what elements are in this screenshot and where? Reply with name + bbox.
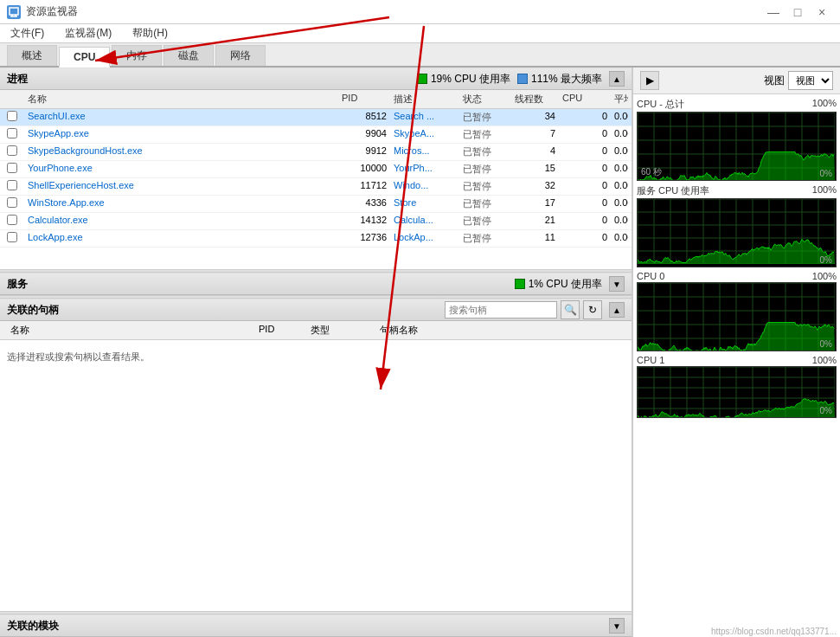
services-header[interactable]: 服务 1% CPU 使用率 ▼ [0,273,632,295]
row-checkbox[interactable] [3,214,24,228]
row-cpu: 0 [559,196,611,211]
row-pid: 9904 [338,127,390,142]
table-row[interactable]: Calculator.exe 14132 Calcula... 已暂停 21 0… [0,213,632,230]
minimize-button[interactable]: — [762,3,785,21]
row-name: WinStore.App.exe [24,196,338,211]
row-avgcpu: 0.00 [611,110,628,125]
row-avgcpu: 0.00 [611,162,628,177]
graph-cpu0: CPU 0 100% 0% [637,271,837,351]
right-panel: ▶ 视图 视图 CPU - 总计 100% [632,68,840,637]
main-container: 进程 19% CPU 使用率 111% 最大频率 ▲ 名称 [0,68,840,637]
services-title: 服务 [7,277,28,292]
col-pid[interactable]: PID [338,92,390,106]
row-threads: 32 [511,179,559,194]
row-status: 已暂停 [459,127,511,142]
graph-cpu-total-title: CPU - 总计 [637,98,684,111]
handles-refresh-button[interactable]: ↻ [583,300,602,319]
process-table-header: 名称 PID 描述 状态 线程数 CPU 平均 CPU [0,90,632,109]
graph-cpu0-max: 100% [812,271,837,281]
col-name[interactable]: 名称 [24,92,338,106]
row-status: 已暂停 [459,196,511,211]
row-pid: 14132 [338,214,390,228]
row-checkbox[interactable] [3,179,24,194]
row-status: 已暂停 [459,231,511,246]
row-desc: Search ... [390,110,459,125]
row-cpu: 0 [559,110,611,125]
maximize-button[interactable]: □ [786,3,809,21]
graph-cpu1-max: 100% [812,355,837,365]
row-desc: LockAp... [390,231,459,246]
row-threads: 7 [511,127,559,142]
app-icon [7,5,21,19]
handles-empty-message: 选择进程或搜索句柄以查看结果。 [0,340,632,374]
handles-search-button[interactable]: 🔍 [561,300,580,319]
expand-button[interactable]: ▶ [640,71,659,90]
row-status: 已暂停 [459,214,511,228]
process-table-scroll[interactable]: SearchUI.exe 8512 Search ... 已暂停 34 0 0.… [0,109,632,269]
table-row[interactable]: YourPhone.exe 10000 YourPh... 已暂停 15 0 0… [0,161,632,178]
row-checkbox[interactable] [3,127,24,142]
row-threads: 4 [511,145,559,159]
handles-col-name[interactable]: 名称 [7,323,255,338]
table-row[interactable]: LockApp.exe 12736 LockAp... 已暂停 11 0 0.0… [0,230,632,248]
handles-col-handle-name[interactable]: 句柄名称 [376,323,625,338]
graph-services-current: 0% [820,255,832,265]
table-row[interactable]: SearchUI.exe 8512 Search ... 已暂停 34 0 0.… [0,109,632,126]
row-status: 已暂停 [459,110,511,125]
row-name: LockApp.exe [24,231,338,246]
tab-network[interactable]: 网络 [215,45,266,66]
modules-header[interactable]: 关联的模块 ▼ [0,614,632,637]
table-row[interactable]: SkypeApp.exe 9904 SkypeA... 已暂停 7 0 0.00 [0,126,632,144]
row-checkbox[interactable] [3,231,24,246]
row-status: 已暂停 [459,179,511,194]
col-desc[interactable]: 描述 [390,92,459,106]
tab-overview[interactable]: 概述 [7,45,57,66]
cpu-graphs: CPU - 总计 100% 60 秒 0% 服务 CPU 使用率 100% [633,94,840,637]
menu-file[interactable]: 文件(F) [7,25,48,42]
row-checkbox[interactable] [3,110,24,125]
graph-cpu-total-max: 100% [812,98,837,111]
row-checkbox[interactable] [3,145,24,159]
services-collapse-btn[interactable]: ▼ [609,276,625,292]
menu-help[interactable]: 帮助(H) [129,25,171,42]
row-desc: YourPh... [390,162,459,177]
menu-monitor[interactable]: 监视器(M) [61,25,115,42]
row-name: SearchUI.exe [24,110,338,125]
right-toolbar: ▶ 视图 视图 [633,68,840,94]
tab-disk[interactable]: 磁盘 [164,45,214,66]
close-button[interactable]: × [811,3,833,21]
graph-cpu1: CPU 1 100% 0% [637,355,837,418]
col-cpu[interactable]: CPU [559,92,611,106]
tab-cpu[interactable]: CPU [59,47,110,68]
services-green-indicator [515,279,525,289]
col-checkbox [3,92,24,106]
row-threads: 15 [511,162,559,177]
row-pid: 9912 [338,145,390,159]
handles-col-pid[interactable]: PID [255,323,307,338]
tab-memory[interactable]: 内存 [112,45,162,66]
modules-collapse-btn[interactable]: ▼ [609,618,625,634]
handles-content: 选择进程或搜索句柄以查看结果。 [0,340,632,611]
col-status[interactable]: 状态 [459,92,511,106]
graph-services-cpu: 服务 CPU 使用率 100% 0% [637,184,837,267]
processes-collapse-btn[interactable]: ▲ [609,71,625,87]
row-name: ShellExperienceHost.exe [24,179,338,194]
graph-cpu0-title: CPU 0 [637,271,664,281]
table-row[interactable]: SkypeBackgroundHost.exe 9912 Micros... 已… [0,144,632,161]
handles-collapse-btn[interactable]: ▲ [609,302,625,318]
col-threads[interactable]: 线程数 [511,92,559,106]
processes-header[interactable]: 进程 19% CPU 使用率 111% 最大频率 ▲ [0,68,632,90]
services-cpu-text: 1% CPU 使用率 [529,277,602,292]
handles-search-input[interactable] [445,301,557,318]
row-checkbox[interactable] [3,196,24,211]
view-dropdown[interactable]: 视图 [788,71,833,90]
table-row[interactable]: WinStore.App.exe 4336 Store 已暂停 17 0 0.0… [0,196,632,213]
graph-current-label: 0% [820,169,832,178]
graph-services-title: 服务 CPU 使用率 [637,184,709,197]
col-avgcpu[interactable]: 平均 CPU [611,92,628,106]
handles-col-type[interactable]: 类型 [307,323,376,338]
row-pid: 12736 [338,231,390,246]
row-checkbox[interactable] [3,162,24,177]
handles-header[interactable]: 关联的句柄 🔍 ↻ ▲ [0,299,632,321]
table-row[interactable]: ShellExperienceHost.exe 11712 Windo... 已… [0,178,632,196]
